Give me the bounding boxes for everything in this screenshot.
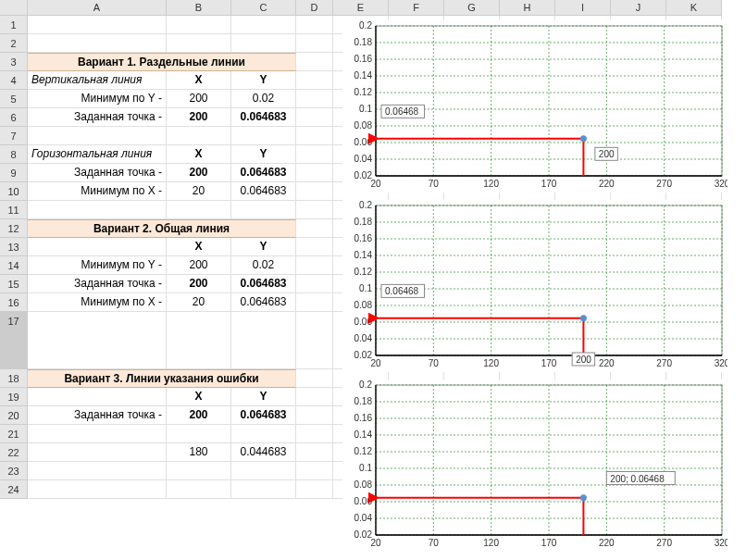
- cell[interactable]: X: [167, 238, 231, 256]
- cell[interactable]: 200: [167, 256, 231, 275]
- col-header-E[interactable]: E: [333, 0, 389, 16]
- row-header-11[interactable]: 11: [0, 201, 28, 219]
- cell[interactable]: [296, 293, 333, 312]
- row-header-21[interactable]: 21: [0, 425, 28, 443]
- col-header-G[interactable]: G: [444, 0, 500, 16]
- row-header-14[interactable]: 14: [0, 256, 28, 275]
- cell[interactable]: [296, 443, 333, 462]
- row-header-18[interactable]: 18: [0, 369, 28, 388]
- cell[interactable]: [28, 443, 167, 462]
- cell[interactable]: [28, 480, 167, 499]
- cell[interactable]: Y: [231, 71, 296, 90]
- cell[interactable]: Заданная точка -: [28, 275, 167, 293]
- row-header-2[interactable]: 2: [0, 34, 28, 53]
- cell[interactable]: 20: [167, 182, 231, 201]
- chart-1[interactable]: 20701201702202703200.020.040.060.080.10.…: [342, 20, 727, 193]
- cell[interactable]: Y: [231, 388, 296, 406]
- cell[interactable]: [231, 16, 296, 34]
- cell[interactable]: [167, 425, 231, 443]
- cell[interactable]: [296, 425, 333, 443]
- cell[interactable]: 200: [167, 275, 231, 293]
- corner-cell[interactable]: [0, 0, 28, 16]
- cell[interactable]: Минимум по Y -: [28, 90, 167, 108]
- cell[interactable]: [231, 312, 296, 369]
- row-header-16[interactable]: 16: [0, 293, 28, 312]
- cell[interactable]: [28, 238, 167, 256]
- cell[interactable]: [167, 16, 231, 34]
- cell[interactable]: [167, 34, 231, 53]
- col-header-I[interactable]: I: [555, 0, 611, 16]
- cell[interactable]: [296, 388, 333, 406]
- cell[interactable]: Вариант 3. Линии указания ошибки: [28, 369, 296, 388]
- cell[interactable]: Горизонтальная линия: [28, 145, 167, 164]
- cell[interactable]: 0.064683: [231, 108, 296, 127]
- cell[interactable]: Минимум по X -: [28, 293, 167, 312]
- col-header-K[interactable]: K: [666, 0, 722, 16]
- cell[interactable]: [296, 71, 333, 90]
- cell[interactable]: [28, 34, 167, 53]
- cell[interactable]: [231, 425, 296, 443]
- cell[interactable]: [296, 369, 333, 388]
- cell[interactable]: Y: [231, 238, 296, 256]
- cell[interactable]: Заданная точка -: [28, 108, 167, 127]
- row-header-13[interactable]: 13: [0, 238, 28, 256]
- cell[interactable]: 0.02: [231, 90, 296, 108]
- cell[interactable]: [167, 201, 231, 219]
- cell[interactable]: Вертикальная линия: [28, 71, 167, 90]
- row-header-1[interactable]: 1: [0, 16, 28, 34]
- cell[interactable]: 0.044683: [231, 443, 296, 462]
- cell[interactable]: X: [167, 71, 231, 90]
- cell[interactable]: [231, 201, 296, 219]
- cell[interactable]: [296, 34, 333, 53]
- row-header-15[interactable]: 15: [0, 275, 28, 293]
- cell[interactable]: [296, 164, 333, 182]
- cell[interactable]: 200: [167, 108, 231, 127]
- cell[interactable]: [296, 462, 333, 480]
- cell[interactable]: Вариант 2. Общая линия: [28, 219, 296, 238]
- cell[interactable]: [167, 127, 231, 145]
- chart-3[interactable]: 20701201702202703200.020.040.060.080.10.…: [342, 380, 727, 499]
- cell[interactable]: X: [167, 388, 231, 406]
- col-header-C[interactable]: C: [231, 0, 296, 16]
- cell[interactable]: [296, 275, 333, 293]
- cell[interactable]: Минимум по X -: [28, 182, 167, 201]
- row-header-17[interactable]: 17: [0, 312, 28, 369]
- cell[interactable]: [296, 108, 333, 127]
- cell[interactable]: [28, 388, 167, 406]
- cell[interactable]: [296, 219, 333, 238]
- cell[interactable]: 0.064683: [231, 182, 296, 201]
- row-header-3[interactable]: 3: [0, 53, 28, 71]
- row-header-22[interactable]: 22: [0, 443, 28, 462]
- row-header-12[interactable]: 12: [0, 219, 28, 238]
- row-header-6[interactable]: 6: [0, 108, 28, 127]
- cell[interactable]: [296, 312, 333, 369]
- cell[interactable]: [296, 480, 333, 499]
- cell[interactable]: [231, 127, 296, 145]
- cell[interactable]: [296, 406, 333, 425]
- row-header-5[interactable]: 5: [0, 90, 28, 108]
- cell[interactable]: [231, 462, 296, 480]
- cell[interactable]: [167, 480, 231, 499]
- cell[interactable]: [167, 312, 231, 369]
- cell[interactable]: [28, 312, 167, 369]
- col-header-F[interactable]: F: [389, 0, 444, 16]
- cell[interactable]: Заданная точка -: [28, 406, 167, 425]
- row-header-10[interactable]: 10: [0, 182, 28, 201]
- cell[interactable]: [28, 425, 167, 443]
- cell[interactable]: [28, 462, 167, 480]
- cell[interactable]: [296, 53, 333, 71]
- cell[interactable]: Y: [231, 145, 296, 164]
- row-header-7[interactable]: 7: [0, 127, 28, 145]
- row-header-19[interactable]: 19: [0, 388, 28, 406]
- cell[interactable]: [167, 462, 231, 480]
- cell[interactable]: 0.064683: [231, 406, 296, 425]
- cell[interactable]: 0.02: [231, 256, 296, 275]
- cell[interactable]: [28, 127, 167, 145]
- cell[interactable]: [28, 16, 167, 34]
- cell[interactable]: [296, 182, 333, 201]
- cell[interactable]: [28, 201, 167, 219]
- row-header-4[interactable]: 4: [0, 71, 28, 90]
- cell[interactable]: 0.064683: [231, 293, 296, 312]
- cell[interactable]: [296, 127, 333, 145]
- cell[interactable]: [296, 238, 333, 256]
